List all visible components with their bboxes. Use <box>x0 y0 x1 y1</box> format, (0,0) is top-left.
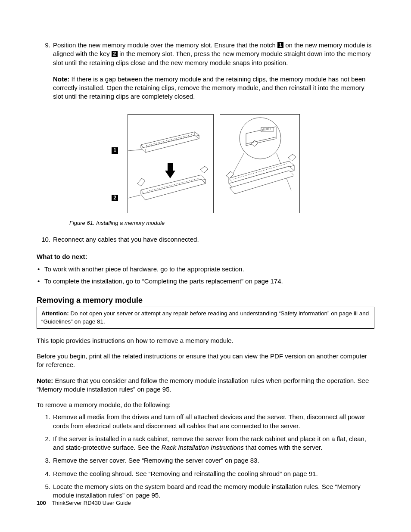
step-text: Remove the server cover. See “Removing t… <box>53 457 259 464</box>
step-number: 2. <box>38 435 50 443</box>
step-number: 5. <box>38 482 50 491</box>
callout-2-inline: 2 <box>112 51 118 57</box>
note-label: Note: <box>53 75 69 83</box>
figure-caption: Figure 61. Installing a memory module <box>53 219 374 227</box>
note-text: If there is a gap between the memory mod… <box>53 75 365 100</box>
svg-line-31 <box>232 153 244 175</box>
figure-label-2: 2 <box>112 195 118 201</box>
remove-step-4: 4. Remove the cooling shroud. See “Remov… <box>53 470 374 478</box>
step-number: 4. <box>38 470 50 478</box>
figure-panel-left: 1 2 <box>128 114 214 213</box>
step-9: 9. Position the new memory module over t… <box>53 41 374 227</box>
remove-step-2: 2. If the server is installed in a rack … <box>53 435 374 452</box>
bullet-1: To work with another piece of hardware, … <box>44 265 374 274</box>
step-number: 1. <box>38 413 50 421</box>
figure-panel-right <box>220 114 300 213</box>
section-heading: Removing a memory module <box>37 295 374 305</box>
step-10: 10. Reconnect any cables that you have d… <box>53 235 374 244</box>
figure-61: 1 2 <box>53 114 374 227</box>
memory-install-diagram-icon <box>128 115 214 214</box>
step-number: 3. <box>38 456 50 465</box>
remove-step-3: 3. Remove the server cover. See “Removin… <box>53 456 374 465</box>
step-text: Remove the cooling shroud. See “Removing… <box>53 470 318 477</box>
attention-label: Attention: <box>41 310 69 317</box>
attention-box: Attention: Do not open your server or at… <box>37 307 374 328</box>
para-intro-2: Before you begin, print all the related … <box>37 352 374 370</box>
step10-text: Reconnect any cables that you have disco… <box>53 236 199 243</box>
note-text: Ensure that you consider and follow the … <box>37 377 369 393</box>
footer-title: ThinkServer RD430 User Guide <box>52 500 131 506</box>
what-next-list: To work with another piece of hardware, … <box>37 265 374 286</box>
step-number: 9. <box>38 41 50 50</box>
svg-marker-41 <box>288 154 296 161</box>
step-text: Remove all media from the drives and tur… <box>53 413 365 429</box>
svg-rect-21 <box>261 128 273 132</box>
callout-1-inline: 1 <box>277 42 283 48</box>
svg-marker-10 <box>165 163 175 178</box>
step9-note: Note: If there is a gap between the memo… <box>53 75 374 101</box>
para-note: Note: Ensure that you consider and follo… <box>37 376 374 394</box>
bullet-2: To complete the installation, go to “Com… <box>44 277 374 286</box>
step-text-b: that comes with the server. <box>244 444 323 451</box>
svg-marker-17 <box>200 166 208 173</box>
para-intro-1: This topic provides instructions on how … <box>37 336 374 345</box>
page-footer: 100 ThinkServer RD430 User Guide <box>37 499 131 507</box>
attention-text: Do not open your server or attempt any r… <box>41 310 369 324</box>
step-text: Locate the memory slots on the system bo… <box>53 483 361 499</box>
remove-step-1: 1. Remove all media from the drives and … <box>53 413 374 430</box>
step-number: 10. <box>38 235 50 244</box>
step9-text-a: Position the new memory module over the … <box>53 41 277 49</box>
remove-step-5: 5. Locate the memory slots on the system… <box>53 482 374 500</box>
remove-steps: 1. Remove all media from the drives and … <box>37 413 374 500</box>
remove-intro: To remove a memory module, do the follow… <box>37 401 374 409</box>
what-next-heading: What to do next: <box>37 252 374 261</box>
figure-label-1: 1 <box>112 147 118 154</box>
step-text-italic: Rack Installation Instructions <box>162 444 244 451</box>
note-label: Note: <box>37 377 53 384</box>
memory-closeup-diagram-icon <box>220 115 300 214</box>
page-number: 100 <box>37 500 46 506</box>
